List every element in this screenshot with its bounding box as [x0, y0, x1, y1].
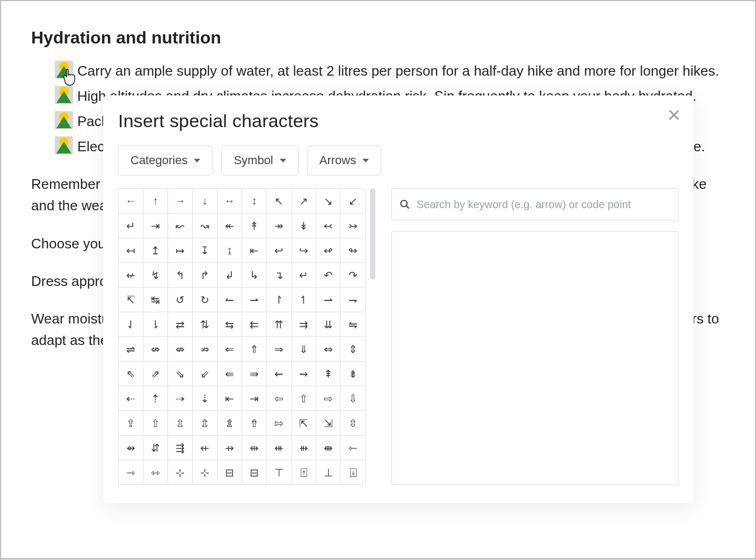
character-cell[interactable]: ⍗ — [341, 460, 366, 485]
character-cell[interactable]: ↤ — [119, 238, 143, 263]
character-cell[interactable]: ↑ — [143, 189, 168, 214]
character-cell[interactable]: ⇫ — [168, 411, 193, 436]
character-cell[interactable]: ↟ — [242, 214, 267, 238]
categories-dropdown[interactable]: Categories — [118, 145, 213, 175]
character-cell[interactable]: ⍐ — [292, 460, 316, 485]
character-cell[interactable]: ↴ — [267, 263, 292, 288]
character-cell[interactable]: ↸ — [119, 288, 143, 312]
character-cell[interactable]: ⇶ — [168, 436, 193, 460]
character-cell[interactable]: ↗ — [292, 189, 316, 214]
character-cell[interactable]: ⇾ — [119, 460, 143, 485]
character-cell[interactable]: ⇵ — [143, 436, 168, 460]
character-cell[interactable]: ← — [119, 189, 143, 214]
character-cell[interactable]: ⇰ — [267, 411, 292, 436]
character-cell[interactable]: ⇏ — [193, 337, 217, 362]
scrollbar[interactable] — [369, 188, 376, 485]
character-cell[interactable]: ⇃ — [119, 312, 143, 337]
character-cell[interactable]: ⇩ — [341, 386, 366, 411]
character-cell[interactable]: ⇞ — [316, 362, 341, 386]
character-cell[interactable]: ↞ — [217, 214, 242, 238]
character-cell[interactable]: ↣ — [341, 214, 366, 238]
character-cell[interactable]: ⇹ — [242, 436, 267, 460]
character-cell[interactable]: ↶ — [316, 263, 341, 288]
character-cell[interactable]: ⇔ — [316, 337, 341, 362]
character-cell[interactable]: ↰ — [168, 263, 193, 288]
character-cell[interactable]: ⇤ — [242, 238, 267, 263]
character-cell[interactable]: ⇈ — [267, 312, 292, 337]
character-cell[interactable]: ⇽ — [341, 436, 366, 460]
character-cell[interactable]: ⇒ — [267, 337, 292, 362]
character-cell[interactable]: ⇐ — [217, 337, 242, 362]
character-cell[interactable]: ⇕ — [341, 337, 366, 362]
character-cell[interactable]: ⇦ — [267, 386, 292, 411]
character-cell[interactable]: ↵ — [292, 263, 316, 288]
character-cell[interactable]: ⇭ — [217, 411, 242, 436]
character-cell[interactable]: ⇳ — [341, 411, 366, 436]
character-cell[interactable]: ⊹ — [168, 460, 193, 485]
character-cell[interactable]: ↬ — [341, 238, 366, 263]
character-cell[interactable]: ⇑ — [242, 337, 267, 362]
character-cell[interactable]: ↯ — [143, 263, 168, 288]
character-cell[interactable]: ↥ — [143, 238, 168, 263]
character-cell[interactable]: ↻ — [193, 288, 217, 312]
character-cell[interactable]: ↓ — [193, 189, 217, 214]
character-cell[interactable]: ⊟ — [242, 460, 267, 485]
character-cell[interactable]: ⇠ — [119, 386, 143, 411]
character-cell[interactable]: ⇜ — [267, 362, 292, 386]
character-cell[interactable]: ⇣ — [193, 386, 217, 411]
character-cell[interactable]: ⇿ — [143, 460, 168, 485]
character-cell[interactable]: ⇀ — [316, 288, 341, 312]
character-cell[interactable]: ↲ — [217, 263, 242, 288]
character-cell[interactable]: ↼ — [217, 288, 242, 312]
character-cell[interactable]: ↳ — [242, 263, 267, 288]
character-cell[interactable]: ⇗ — [143, 362, 168, 386]
character-cell[interactable]: ↩ — [267, 238, 292, 263]
character-cell[interactable]: ⇎ — [143, 337, 168, 362]
symbol-dropdown[interactable]: Symbol — [221, 145, 298, 175]
character-cell[interactable]: ⇧ — [292, 386, 316, 411]
character-cell[interactable]: ⇷ — [193, 436, 217, 460]
character-cell[interactable]: ⇥ — [143, 214, 168, 238]
character-cell[interactable]: ⇚ — [217, 362, 242, 386]
character-cell[interactable]: ⇁ — [341, 288, 366, 312]
character-cell[interactable]: ⇘ — [168, 362, 193, 386]
character-cell[interactable]: ⇌ — [119, 337, 143, 362]
character-cell[interactable]: ⇛ — [242, 362, 267, 386]
character-cell[interactable]: ⇪ — [119, 411, 143, 436]
character-cell[interactable]: ↨ — [217, 238, 242, 263]
character-cell[interactable]: ⇬ — [193, 411, 217, 436]
character-cell[interactable]: ↚ — [119, 263, 143, 288]
character-cell[interactable]: ⇥ — [242, 386, 267, 411]
character-cell[interactable]: ⇮ — [242, 411, 267, 436]
character-cell[interactable]: ↡ — [292, 214, 316, 238]
character-cell[interactable]: ↾ — [267, 288, 292, 312]
character-cell[interactable]: ⊹ — [193, 460, 217, 485]
character-cell[interactable]: ↺ — [168, 288, 193, 312]
character-cell[interactable]: ↪ — [292, 238, 316, 263]
character-cell[interactable]: ⇝ — [292, 362, 316, 386]
character-cell[interactable]: ↘ — [316, 189, 341, 214]
character-cell[interactable]: ⇊ — [316, 312, 341, 337]
character-cell[interactable]: ↱ — [193, 263, 217, 288]
character-cell[interactable]: ⊟ — [217, 460, 242, 485]
search-input[interactable] — [417, 198, 671, 211]
character-cell[interactable]: ⇙ — [193, 362, 217, 386]
character-cell[interactable]: ↹ — [143, 288, 168, 312]
character-cell[interactable]: ⇆ — [217, 312, 242, 337]
character-cell[interactable]: ⇅ — [193, 312, 217, 337]
search-box[interactable] — [391, 188, 679, 220]
character-cell[interactable]: ↙ — [341, 189, 366, 214]
character-cell[interactable]: ↫ — [316, 238, 341, 263]
character-cell[interactable]: ⊥ — [316, 460, 341, 485]
character-cell[interactable]: ↢ — [316, 214, 341, 238]
character-cell[interactable]: ⇨ — [316, 386, 341, 411]
character-cell[interactable]: ↷ — [341, 263, 366, 288]
arrows-dropdown[interactable]: Arrows — [307, 145, 381, 175]
character-cell[interactable]: ⇼ — [316, 436, 341, 460]
character-cell[interactable]: ⊤ — [267, 460, 292, 485]
draw-area[interactable] — [391, 231, 679, 485]
character-cell[interactable]: ⇟ — [341, 362, 366, 386]
character-cell[interactable]: ⇉ — [292, 312, 316, 337]
character-cell[interactable]: ⇱ — [292, 411, 316, 436]
character-cell[interactable]: ⇎ — [168, 337, 193, 362]
